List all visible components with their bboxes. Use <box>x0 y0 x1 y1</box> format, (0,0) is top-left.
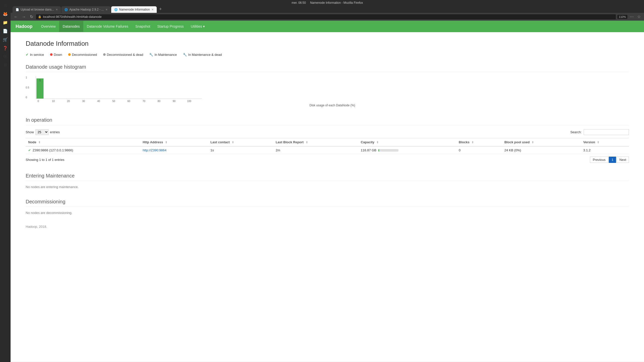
legend-down: Down <box>50 53 62 57</box>
table-controls: Show 25 50 100 entries Search: <box>26 129 629 135</box>
taskbar-terminal-icon[interactable]: 🖥 <box>2 61 9 69</box>
x-tick-40: 40 <box>91 100 106 103</box>
next-button[interactable]: Next <box>617 157 629 163</box>
dot-gray-icon <box>103 53 106 56</box>
col-version[interactable]: Version ⇕ <box>581 138 629 147</box>
legend-decommissioned: Decommissioned <box>68 53 97 57</box>
col-http-address[interactable]: Http Address ⇕ <box>140 138 208 147</box>
col-node[interactable]: Node ⇕ <box>26 138 140 147</box>
dot-orange-icon <box>68 53 71 56</box>
entering-maintenance-section: Entering Maintenance No nodes are enteri… <box>26 173 629 189</box>
browser-tabs: 📄 Upload et browse dans... ✕ 🌐 Apache Ha… <box>11 6 644 13</box>
x-tick-100: 100 <box>182 100 197 103</box>
nav-utilities-dropdown[interactable]: Utilities ▾ <box>187 21 208 32</box>
histogram-title: Datanode usage histogram <box>26 64 629 72</box>
nav-startup-progress[interactable]: Startup Progress <box>154 21 187 32</box>
decommissioning-section: Decommissioning No nodes are decommissio… <box>26 199 629 215</box>
x-axis-label: Disk usage of each DataNode (%) <box>36 104 629 107</box>
tab-namenode[interactable]: 🌐 Namenode Information ✕ <box>111 6 157 13</box>
sort-capacity-icon: ⇕ <box>376 141 379 144</box>
legend-in-service: ✔ In service <box>26 53 44 57</box>
taskbar-help-icon[interactable]: ❓ <box>2 44 9 52</box>
entering-maintenance-title: Entering Maintenance <box>26 173 629 181</box>
x-tick-50: 50 <box>106 100 121 103</box>
taskbar-doc-icon[interactable]: 📄 <box>2 27 9 35</box>
nav-overview[interactable]: Overview <box>37 21 59 32</box>
nav-datanodes[interactable]: Datanodes <box>59 21 83 32</box>
sort-http-icon: ⇕ <box>165 141 167 144</box>
histogram-section: Datanode usage histogram 0 0.5 1 1 0 <box>26 64 629 107</box>
col-last-block-report[interactable]: Last Block Report ⇕ <box>273 138 358 147</box>
linux-taskbar: ⊞ 🦊 📁 📄 🛒 ❓ 🛍 🖥 <box>0 0 11 361</box>
tab-close-apache[interactable]: ✕ <box>105 8 108 11</box>
x-tick-20: 20 <box>61 100 76 103</box>
tab-close-namenode[interactable]: ✕ <box>151 8 154 11</box>
col-last-contact[interactable]: Last contact ⇕ <box>208 138 273 147</box>
menu-button[interactable]: ⋯ <box>628 14 635 20</box>
sort-pool-icon: ⇕ <box>532 141 534 144</box>
x-tick-80: 80 <box>151 100 167 103</box>
forward-button[interactable]: → <box>21 14 27 20</box>
cell-block-pool-used: 24 KB (0%) <box>502 146 581 154</box>
nav-snapshot[interactable]: Snapshot <box>132 21 154 32</box>
x-tick-60: 60 <box>121 100 136 103</box>
histogram-bar: 1 <box>36 78 44 99</box>
bar-value-label: 1 <box>39 79 41 82</box>
decommissioning-title: Decommissioning <box>26 199 629 207</box>
browser-titlebar: mer. 06:50 Namenode Information - Mozill… <box>11 0 644 6</box>
taskbar-shop-icon[interactable]: 🛍 <box>2 53 9 60</box>
legend-decommissioned-dead: Decommissioned & dead <box>103 53 143 57</box>
tab-upload[interactable]: 📄 Upload et browse dans... ✕ <box>13 6 61 13</box>
previous-button[interactable]: Previous <box>590 157 608 163</box>
sort-version-icon: ⇕ <box>597 141 599 144</box>
nav-datanode-volume-failures[interactable]: Datanode Volume Failures <box>83 21 132 32</box>
taskbar-apps-icon[interactable]: ⊞ <box>2 2 9 9</box>
no-nodes-maintenance-text: No nodes are entering maintenance. <box>26 185 629 189</box>
table-row: ✔ Z390:9866 (127.0.0.1:9866) http://Z390… <box>26 146 629 154</box>
capacity-fill <box>378 149 379 152</box>
tab-close-upload[interactable]: ✕ <box>56 8 58 11</box>
bookmark-button[interactable]: ☆ <box>636 14 642 20</box>
show-entries-select[interactable]: 25 50 100 <box>35 129 49 135</box>
reload-button[interactable]: ↻ <box>29 14 34 20</box>
cell-capacity: 116.87 GB <box>358 146 456 154</box>
sort-node-icon: ⇕ <box>38 141 41 144</box>
capacity-bar <box>378 149 398 152</box>
sort-blocks-icon: ⇕ <box>471 141 474 144</box>
show-entries-wrap: Show 25 50 100 entries <box>26 129 60 135</box>
legend: ✔ In service Down Decommissioned Decommi… <box>26 53 629 57</box>
cell-node: ✔ Z390:9866 (127.0.0.1:9866) <box>26 146 140 154</box>
showing-entries-text: Showing 1 to 1 of 1 entries <box>26 158 64 162</box>
datanodes-table: Node ⇕ Http Address ⇕ Last contact ⇕ L <box>26 138 629 154</box>
browser-toolbar: ← → ↻ 🔒 localhost:9870/dfshealth.html#ta… <box>11 13 644 21</box>
taskbar-files-icon[interactable]: 📁 <box>2 19 9 26</box>
x-tick-90: 90 <box>167 100 182 103</box>
tab-apache-hadoop[interactable]: 🌐 Apache Hadoop 2.9.2 - ... ✕ <box>61 6 111 13</box>
x-tick-30: 30 <box>76 100 91 103</box>
page-1-button[interactable]: 1 <box>609 157 616 163</box>
nav-utilities-button[interactable]: Utilities ▾ <box>187 21 208 32</box>
col-capacity[interactable]: Capacity ⇕ <box>358 138 456 147</box>
address-bar[interactable]: 🔒 localhost:9870/dfshealth.html#tab-data… <box>36 14 616 19</box>
col-blocks[interactable]: Blocks ⇕ <box>456 138 502 147</box>
x-tick-10: 10 <box>46 100 61 103</box>
cell-http-address: http://Z390:9864 <box>140 146 208 154</box>
node-check-icon: ✔ <box>28 148 31 152</box>
search-wrap: Search: <box>570 129 629 135</box>
new-tab-button[interactable]: + <box>157 6 164 13</box>
taskbar-firefox-icon[interactable]: 🦊 <box>2 10 9 18</box>
pagination: Previous 1 Next <box>590 157 629 163</box>
in-operation-title: In operation <box>26 117 629 125</box>
taskbar-store-icon[interactable]: 🛒 <box>2 36 9 43</box>
search-input[interactable] <box>584 129 629 135</box>
back-button[interactable]: ← <box>13 14 19 20</box>
col-block-pool-used[interactable]: Block pool used ⇕ <box>502 138 581 147</box>
wrench-red-icon: 🔧 <box>183 53 187 57</box>
http-address-link[interactable]: http://Z390:9864 <box>143 148 167 152</box>
hadoop-brand: Hadoop <box>16 24 32 29</box>
cell-last-contact: 1s <box>208 146 273 154</box>
x-tick-0: 0 <box>31 100 46 103</box>
legend-in-maintenance: 🔧 In Maintenance <box>149 53 177 57</box>
zoom-level: 110% <box>617 15 627 19</box>
cell-version: 3.1.2 <box>581 146 629 154</box>
